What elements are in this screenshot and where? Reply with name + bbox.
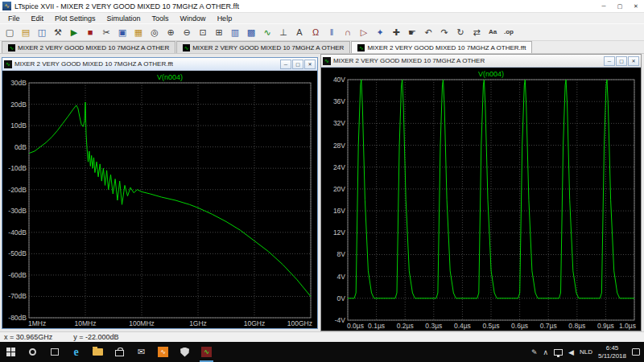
zoom-out-icon[interactable]: ⊖ <box>179 25 195 39</box>
ltspice-app-icon: ∿ <box>2 2 11 10</box>
svg-text:12V: 12V <box>333 228 345 237</box>
text-icon-glyph: Aa <box>489 29 497 35</box>
ltspice-running-taskbar-button[interactable]: ∿ <box>196 342 217 362</box>
menu-item-window[interactable]: Window <box>175 14 212 23</box>
diode-icon-glyph: ▷ <box>361 28 367 37</box>
save-icon[interactable]: ◫ <box>34 25 50 39</box>
undo-icon-glyph: ↶ <box>424 28 431 37</box>
zoom-in-icon[interactable]: ⊕ <box>163 25 179 39</box>
spice-directive-icon[interactable]: .op <box>501 25 517 39</box>
paste-icon[interactable]: ▦ <box>130 25 147 39</box>
cortana-search-button[interactable] <box>22 342 43 362</box>
app-title: LTspice XVII - MIXER 2 VERY GOOD MIXED 1… <box>14 2 239 10</box>
close-icon[interactable]: ✕ <box>628 56 639 66</box>
maximize-icon[interactable]: ▢ <box>612 0 628 12</box>
language-indicator[interactable]: NLD <box>580 348 592 356</box>
move-icon[interactable]: ✚ <box>388 25 404 39</box>
capacitor-icon[interactable]: ‖ <box>324 25 340 39</box>
svg-text:4V: 4V <box>337 273 346 281</box>
mirror-icon[interactable]: ⇄ <box>469 25 485 39</box>
tab-2[interactable]: ∿MIXER 2 VERY GOOD MIXED 10 7MGHZ A OTHE… <box>176 41 350 53</box>
svg-text:0V: 0V <box>337 294 346 302</box>
waveform-window-icon: ∿ <box>323 57 331 65</box>
text-icon[interactable]: Aa <box>485 25 501 39</box>
transient-plot-area[interactable]: 0.0µs0.1µs0.2µs0.3µs0.4µs0.5µs0.6µs0.7µs… <box>321 68 641 331</box>
minimize-icon[interactable]: ─ <box>280 60 291 69</box>
defender-shield-taskbar-button[interactable] <box>174 342 196 362</box>
svg-text:-50dB: -50dB <box>8 249 27 257</box>
net-label-icon-glyph: A <box>296 28 302 37</box>
svg-text:-30dB: -30dB <box>8 207 27 215</box>
undo-icon[interactable]: ↶ <box>420 25 436 39</box>
menu-item-plot-settings[interactable]: Plot Settings <box>49 14 101 23</box>
fft-plot-area[interactable]: 1MHz10MHz100MHz1GHz10GHz100GHz30dB20dB10… <box>2 71 317 328</box>
volume-icon[interactable]: ◀ <box>568 348 574 356</box>
find-icon[interactable]: ◎ <box>147 25 163 39</box>
tab-1[interactable]: ∿MIXER 2 VERY GOOD MIXED 10 7MGHZ A OTHE… <box>2 41 175 53</box>
inductor-icon[interactable]: ∩ <box>340 25 356 39</box>
redo-icon[interactable]: ↷ <box>436 25 452 39</box>
new-file-icon[interactable]: ▢ <box>2 25 18 39</box>
wire-icon[interactable]: ∿ <box>259 25 275 39</box>
file-explorer-taskbar-button[interactable] <box>87 342 109 362</box>
copy-icon[interactable]: ▣ <box>114 25 130 39</box>
menu-item-file[interactable]: File <box>2 14 26 23</box>
tab-label: MIXER 2 VERY GOOD MIXED 10 7MGHZ A OTHER… <box>367 44 526 51</box>
menu-item-tools[interactable]: Tools <box>147 14 175 23</box>
fft-window-titlebar[interactable]: ∿ MIXER 2 VERY GOOD MIXED 10 7MGHZ A OTH… <box>2 58 317 71</box>
transient-plot-window: ∿ MIXER 2 VERY GOOD MIXED 10 7MGHZ A OTH… <box>320 54 642 331</box>
ground-icon[interactable]: ⊥ <box>275 25 291 39</box>
run-icon[interactable]: ▶ <box>66 25 82 39</box>
zoom-area-icon[interactable]: ⊞ <box>211 25 227 39</box>
maximize-icon[interactable]: ▢ <box>616 56 627 66</box>
diode-icon[interactable]: ▷ <box>356 25 372 39</box>
zoom-out-icon-glyph: ⊖ <box>183 28 190 37</box>
waveform-icon-glyph: ∿ <box>6 61 10 67</box>
component-icon[interactable]: ✦ <box>372 25 388 39</box>
edge-taskbar-button[interactable]: e <box>65 342 87 362</box>
ltspice-shortcut-icon: ∿ <box>158 347 168 357</box>
minimize-icon[interactable]: ─ <box>604 56 615 66</box>
open-file-icon[interactable]: ▤ <box>18 25 34 39</box>
network-icon[interactable] <box>554 349 563 356</box>
action-center-icon[interactable] <box>632 348 640 356</box>
transient-window-titlebar[interactable]: ∿ MIXER 2 VERY GOOD MIXED 10 7MGHZ A OTH… <box>321 55 641 68</box>
zoom-full-icon-glyph: ⊡ <box>199 28 206 37</box>
resistor-icon[interactable]: Ω <box>308 25 324 39</box>
net-label-icon[interactable]: A <box>291 25 308 39</box>
minimize-icon[interactable]: ─ <box>596 0 612 12</box>
clock[interactable]: 6:45 5/11/2018 <box>598 344 626 360</box>
maximize-icon[interactable]: ▢ <box>292 60 303 69</box>
task-view-button[interactable] <box>43 342 65 362</box>
tile-vertical-icon[interactable]: ▥ <box>227 25 243 39</box>
app-titlebar: ∿ LTspice XVII - MIXER 2 VERY GOOD MIXED… <box>0 0 644 13</box>
taskbar-apps: e✉∿∿ <box>65 342 217 362</box>
cursor-x-readout: x = 30.965GHz <box>4 333 52 341</box>
ltspice-shortcut-taskbar-button[interactable]: ∿ <box>152 342 174 362</box>
tab-label: MIXER 2 VERY GOOD MIXED 10 7MGHZ A OTHER <box>18 44 169 51</box>
svg-text:30dB: 30dB <box>10 79 27 87</box>
menu-item-help[interactable]: Help <box>212 14 238 23</box>
menu-item-simulation[interactable]: Simulation <box>101 14 147 23</box>
close-icon[interactable]: ✕ <box>628 0 644 12</box>
svg-text:-70dB: -70dB <box>8 292 27 300</box>
control-panel-icon[interactable]: ⚒ <box>50 25 66 39</box>
run-icon-glyph: ▶ <box>71 28 77 37</box>
redo-icon-glyph: ↷ <box>440 28 448 37</box>
close-icon[interactable]: ✕ <box>304 60 316 69</box>
cut-icon[interactable]: ✂ <box>98 25 114 39</box>
start-button[interactable] <box>0 342 22 362</box>
mail-taskbar-button[interactable]: ✉ <box>130 342 152 362</box>
hidden-icons-chevron-icon[interactable]: ∧ <box>543 348 548 356</box>
svg-text:32V: 32V <box>333 119 345 127</box>
pen-icon[interactable]: ✎ <box>531 348 538 356</box>
tab-3[interactable]: ∿MIXER 2 VERY GOOD MIXED 10 7MGHZ A OTHE… <box>351 41 532 53</box>
halt-icon[interactable]: ■ <box>82 25 98 39</box>
menu-item-edit[interactable]: Edit <box>26 14 50 23</box>
rotate-icon[interactable]: ↻ <box>452 25 469 39</box>
search-icon <box>29 348 36 356</box>
store-taskbar-button[interactable] <box>109 342 130 362</box>
drag-icon[interactable]: ☛ <box>404 25 420 39</box>
zoom-full-icon[interactable]: ⊡ <box>195 25 211 39</box>
tile-horizontal-icon[interactable]: ▩ <box>243 25 259 39</box>
